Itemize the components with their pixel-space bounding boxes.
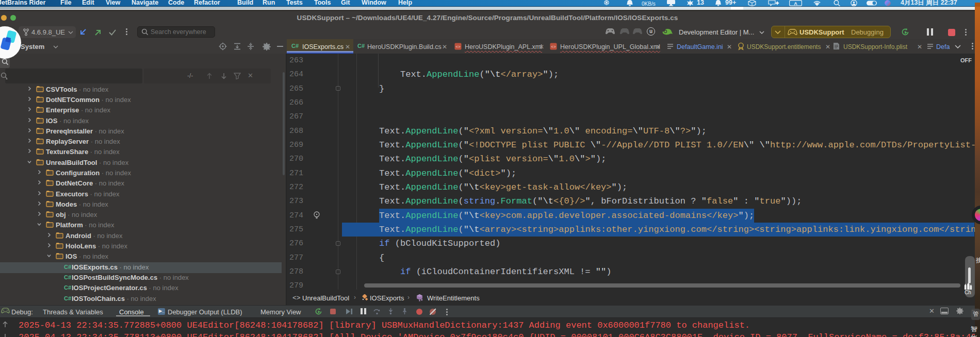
svg-text:<>: <> xyxy=(551,44,556,49)
svg-text:A: A xyxy=(794,1,797,6)
svg-text:<>: <> xyxy=(455,44,461,49)
